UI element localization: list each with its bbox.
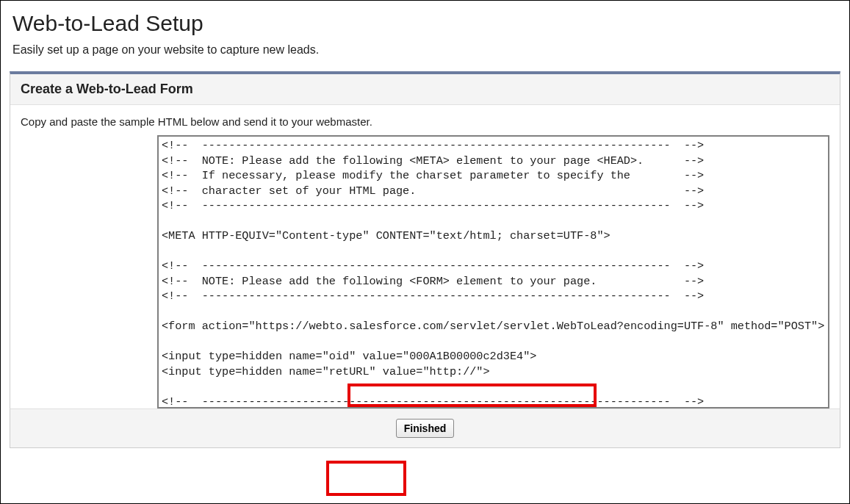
button-bar: Finished — [10, 408, 840, 448]
form-panel: Create a Web-to-Lead Form Copy and paste… — [10, 71, 840, 408]
code-text: <!-- -----------------------------------… — [162, 139, 824, 408]
page-title: Web-to-Lead Setup — [12, 11, 838, 36]
finished-button[interactable]: Finished — [396, 419, 455, 438]
instruction-text: Copy and paste the sample HTML below and… — [10, 105, 840, 135]
generated-html-code[interactable]: <!-- -----------------------------------… — [157, 135, 829, 408]
panel-heading: Create a Web-to-Lead Form — [10, 74, 840, 105]
highlight-finished-button — [326, 461, 406, 496]
page-wrapper: Web-to-Lead Setup Easily set up a page o… — [0, 0, 850, 504]
page-subtitle: Easily set up a page on your website to … — [12, 43, 838, 57]
page-header: Web-to-Lead Setup Easily set up a page o… — [1, 1, 849, 57]
